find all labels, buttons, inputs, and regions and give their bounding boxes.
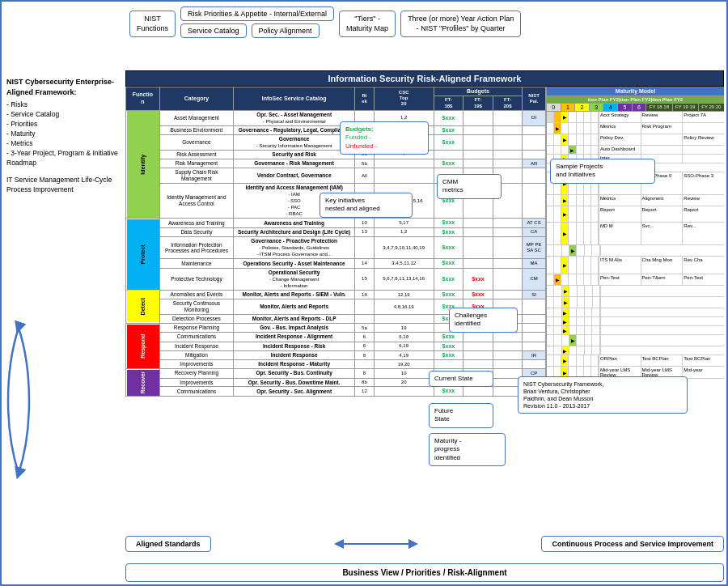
service-catalog-label: Service Catalog xyxy=(188,27,239,35)
mat-row: ▶ Policy Dev. Policy Review xyxy=(547,134,724,146)
col-ft20: FT-20$ xyxy=(493,96,523,110)
left-framework: NIST Cybersecurity Enterprise-Aligned Fr… xyxy=(6,77,124,195)
fy-col: FY 20 20 xyxy=(698,104,724,111)
table-row: Incident Response Incident Response - Ri… xyxy=(126,342,546,350)
top-header: NIST Functions Risk Priorities & Appetit… xyxy=(129,6,720,38)
mat-row: ▶ Metrics Risk Program xyxy=(547,123,724,134)
table-row: Business Environment Governance - Regula… xyxy=(126,125,546,134)
col-function: Function xyxy=(126,87,160,111)
current-state-callout: Current State xyxy=(429,371,493,387)
challenges-callout: Challenges identified xyxy=(449,308,518,333)
mat-5: 5 xyxy=(618,104,633,111)
mat-row: ▶ Acct Strategy Review Project 7A xyxy=(547,112,724,123)
table-row: Protect Awareness and Training Awareness… xyxy=(126,219,546,227)
func-respond-cell: Respond xyxy=(126,324,160,369)
table-row: Mitigation Incident Response 8 4,19 $xxx… xyxy=(126,350,546,359)
current-state-label: Current State xyxy=(434,375,473,382)
maturity-model-header: Maturity Model xyxy=(547,87,724,96)
main-container: NIST Functions Risk Priorities & Appetit… xyxy=(0,0,728,586)
continuous-improvement-box: Continuous Process and Service Improveme… xyxy=(541,536,724,552)
cmm-label: CMM metrics xyxy=(442,178,463,193)
mat-row: ▶ xyxy=(547,245,724,257)
nist-ref-callout: NIST Cybersecurity Framework, Brian Vent… xyxy=(518,376,688,414)
table-row: Identify Asset Management Opr. Sec. - As… xyxy=(126,110,546,125)
mat-row: ▶ ORPlan Test BCPlan Test BCPlan xyxy=(547,355,724,367)
table-row: Detect Anomalies and Events Monitor, Ale… xyxy=(126,290,546,299)
col-ft-header: Budgets xyxy=(434,87,523,96)
mat-row: ▶ ITS M Alis Cha Mng Mon Rev Cha xyxy=(547,257,724,274)
col-csc: CSCTop20 xyxy=(374,87,434,111)
maturity-action-section: Maturity Model tion Plan FY2|tion Plan F… xyxy=(546,87,724,397)
col-category: Category xyxy=(159,87,233,111)
nist-functions-label: NIST Functions xyxy=(137,15,168,32)
risk-priorities-box: Risk Priorities & Appetite - Internal/Ex… xyxy=(180,6,334,21)
middle-header-group: Risk Priorities & Appetite - Internal/Ex… xyxy=(180,6,334,38)
action-plan-label: Three (or more) Year Action Plan - NIST … xyxy=(408,15,514,32)
challenges-label: Challenges identified xyxy=(455,312,487,327)
continuous-improvement-label: Continuous Process and Service Improveme… xyxy=(552,540,713,548)
fy-col: FY 18 18 xyxy=(645,104,671,111)
framework-title-bar: Information Security Risk-Aligned Framew… xyxy=(125,70,724,87)
bottom-arrow-svg xyxy=(328,536,425,552)
framework-title: NIST Cybersecurity Enterprise-Aligned Fr… xyxy=(6,77,124,97)
nist-functions-box: NIST Functions xyxy=(129,11,176,37)
risk-priorities-label: Risk Priorities & Appetite - Internal/Ex… xyxy=(188,10,327,18)
table-header-row1: Function Category InfoSec Service Catalo… xyxy=(126,87,546,96)
col-ft18: FT-18$ xyxy=(434,96,463,110)
table-row: Governance Governance- Security Informat… xyxy=(126,135,546,151)
action-plan-box: Three (or more) Year Action Plan - NIST … xyxy=(400,11,521,37)
bottom-section: Aligned Standards Continuous Process and… xyxy=(0,505,728,586)
tiers-box: "Tiers" - Maturity Map xyxy=(339,11,396,37)
func-identify-cell: Identify xyxy=(126,110,160,219)
mat-4: 4 xyxy=(603,104,618,111)
bottom-arrows-row: Aligned Standards Continuous Process and… xyxy=(125,536,724,552)
table-row: Risk Assessment Security and Risk 5a 4 xyxy=(126,151,546,159)
mat-1: 1 xyxy=(561,104,576,111)
framework-main-title: Information Security Risk-Aligned Framew… xyxy=(328,74,522,83)
mat-row: ▶ xyxy=(547,286,724,297)
maturity-numbers-row: 0 1 2 3 4 5 6 FY 18 18 FY 19 19 FY 20 20 xyxy=(547,104,724,112)
mat-row: ▶ xyxy=(547,346,724,355)
mat-0: 0 xyxy=(547,104,561,111)
table-row: Risk Management Governance - Risk Manage… xyxy=(126,159,546,168)
cmm-callout: CMM metrics xyxy=(437,174,502,199)
mat-row: ▶ Report Report Report xyxy=(547,206,724,223)
mat-row: ▶ MD M Svc... Rev... xyxy=(547,223,724,245)
aligned-standards-label: Aligned Standards xyxy=(136,540,201,548)
cat-cell: Asset Management xyxy=(159,110,233,125)
unfunded-text: Unfunded - xyxy=(345,142,423,151)
key-initiatives-label: Key initiatives nested and aligned xyxy=(325,197,380,212)
col-service: InfoSec Service Catalog xyxy=(234,87,355,111)
funded-text: Funded - xyxy=(345,134,423,142)
budget-callout: Budgets: Funded - Unfunded - xyxy=(340,121,429,155)
framework-items: - Risks - Service Catalog - Priorities -… xyxy=(6,100,124,168)
mat-row: ▶ xyxy=(547,308,724,317)
func-detect-cell: Detect xyxy=(126,290,160,323)
table-row: Information Protection Processes and Pro… xyxy=(126,237,546,259)
col-nist: NISTPal. xyxy=(523,87,546,111)
future-state-label: Future State xyxy=(434,407,453,423)
service-catalog-box: Service Catalog xyxy=(180,23,247,38)
future-state-callout: Future State xyxy=(429,403,493,428)
it-service-mgmt: IT Service Management Life-Cycle Process… xyxy=(6,176,124,195)
maturity-callout: Maturity - progress identified xyxy=(429,433,506,466)
table-row: Communications Incident Response - Align… xyxy=(126,333,546,342)
func-recover-cell: Recover xyxy=(126,369,160,397)
mat-row: ▶ xyxy=(547,297,724,308)
col-risk: Risk xyxy=(355,87,374,111)
func-protect-cell: Protect xyxy=(126,219,160,291)
mat-6: 6 xyxy=(633,104,646,111)
mat-row: ▶ Metrics Alignment Review xyxy=(547,195,724,206)
policy-alignment-box: Policy Alignment xyxy=(252,23,320,38)
mat-2: 2 xyxy=(575,104,590,111)
policy-alignment-label: Policy Alignment xyxy=(259,27,312,35)
table-row: Improvements Incident Response - Maturit… xyxy=(126,360,546,369)
mat-row: ▶ xyxy=(547,326,724,335)
business-view-label: Business View / Priorities / Risk-Alignm… xyxy=(342,568,506,577)
fy-col: FY 19 19 xyxy=(672,104,698,111)
sample-projects-label: Sample Projects and Initiatives xyxy=(556,163,603,178)
action-plan-header: tion Plan FY2|tion Plan FY2|tion Plan FY… xyxy=(547,96,724,104)
funded-label: Budgets: xyxy=(345,125,423,134)
col-ft19: FT-19$ xyxy=(463,96,493,110)
nist-ref-label: NIST Cybersecurity Framework, Brian Vent… xyxy=(523,381,603,409)
